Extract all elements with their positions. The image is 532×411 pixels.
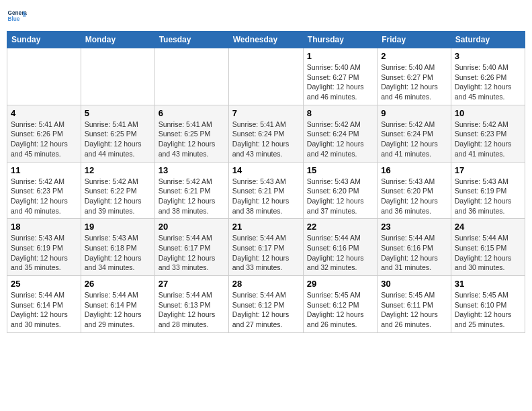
weekday-header: Thursday (303, 32, 377, 48)
calendar-week: 1Sunrise: 5:40 AM Sunset: 6:27 PM Daylig… (7, 48, 525, 105)
day-info: Sunrise: 5:41 AM Sunset: 6:26 PM Dayligh… (11, 120, 77, 159)
day-number: 27 (159, 279, 225, 289)
day-number: 5 (85, 108, 151, 118)
day-info: Sunrise: 5:43 AM Sunset: 6:18 PM Dayligh… (85, 233, 151, 273)
day-info: Sunrise: 5:44 AM Sunset: 6:12 PM Dayligh… (232, 290, 300, 330)
day-number: 1 (307, 51, 373, 61)
calendar-week: 11Sunrise: 5:42 AM Sunset: 6:23 PM Dayli… (7, 162, 525, 219)
logo-icon: General Blue (7, 7, 27, 27)
day-info: Sunrise: 5:44 AM Sunset: 6:16 PM Dayligh… (381, 233, 447, 273)
day-number: 18 (11, 222, 77, 232)
weekday-header: Wednesday (228, 32, 303, 48)
calendar-cell (81, 48, 154, 105)
day-number: 4 (11, 108, 77, 118)
day-info: Sunrise: 5:42 AM Sunset: 6:21 PM Dayligh… (159, 177, 225, 216)
day-info: Sunrise: 5:45 AM Sunset: 6:12 PM Dayligh… (307, 290, 373, 330)
calendar-cell: 10Sunrise: 5:42 AM Sunset: 6:23 PM Dayli… (451, 105, 525, 162)
day-number: 7 (232, 108, 300, 118)
calendar-week: 4Sunrise: 5:41 AM Sunset: 6:26 PM Daylig… (7, 105, 525, 162)
day-number: 6 (159, 108, 225, 118)
weekday-header: Sunday (7, 32, 81, 48)
day-number: 30 (381, 279, 447, 289)
calendar-cell: 17Sunrise: 5:43 AM Sunset: 6:19 PM Dayli… (451, 162, 525, 219)
day-number: 24 (455, 222, 521, 232)
day-number: 23 (381, 222, 447, 232)
calendar-cell: 20Sunrise: 5:44 AM Sunset: 6:17 PM Dayli… (154, 219, 228, 276)
calendar-cell: 5Sunrise: 5:41 AM Sunset: 6:25 PM Daylig… (81, 105, 154, 162)
day-number: 22 (307, 222, 373, 232)
calendar-cell: 29Sunrise: 5:45 AM Sunset: 6:12 PM Dayli… (303, 276, 377, 333)
day-number: 3 (455, 51, 521, 61)
day-info: Sunrise: 5:45 AM Sunset: 6:10 PM Dayligh… (455, 290, 521, 330)
calendar-cell: 24Sunrise: 5:44 AM Sunset: 6:15 PM Dayli… (451, 219, 525, 276)
day-info: Sunrise: 5:42 AM Sunset: 6:24 PM Dayligh… (381, 120, 447, 159)
logo: General Blue (7, 7, 27, 27)
day-info: Sunrise: 5:42 AM Sunset: 6:23 PM Dayligh… (11, 177, 77, 216)
day-number: 21 (232, 222, 300, 232)
calendar-cell: 22Sunrise: 5:44 AM Sunset: 6:16 PM Dayli… (303, 219, 377, 276)
day-number: 28 (232, 279, 300, 289)
calendar-cell: 31Sunrise: 5:45 AM Sunset: 6:10 PM Dayli… (451, 276, 525, 333)
day-info: Sunrise: 5:44 AM Sunset: 6:14 PM Dayligh… (85, 290, 151, 330)
calendar-cell: 26Sunrise: 5:44 AM Sunset: 6:14 PM Dayli… (81, 276, 154, 333)
calendar-cell (228, 48, 303, 105)
day-number: 9 (381, 108, 447, 118)
day-info: Sunrise: 5:41 AM Sunset: 6:25 PM Dayligh… (85, 120, 151, 159)
calendar: SundayMondayTuesdayWednesdayThursdayFrid… (7, 31, 525, 333)
calendar-cell: 12Sunrise: 5:42 AM Sunset: 6:22 PM Dayli… (81, 162, 154, 219)
day-number: 25 (11, 279, 77, 289)
weekday-header: Tuesday (154, 32, 228, 48)
calendar-cell: 11Sunrise: 5:42 AM Sunset: 6:23 PM Dayli… (7, 162, 81, 219)
day-info: Sunrise: 5:40 AM Sunset: 6:27 PM Dayligh… (307, 62, 373, 102)
day-info: Sunrise: 5:43 AM Sunset: 6:21 PM Dayligh… (232, 177, 300, 216)
day-number: 26 (85, 279, 151, 289)
day-number: 16 (381, 165, 447, 175)
svg-text:Blue: Blue (8, 16, 20, 22)
day-number: 10 (455, 108, 521, 118)
day-number: 14 (232, 165, 300, 175)
calendar-cell: 21Sunrise: 5:44 AM Sunset: 6:17 PM Dayli… (228, 219, 303, 276)
calendar-cell (154, 48, 228, 105)
day-info: Sunrise: 5:44 AM Sunset: 6:14 PM Dayligh… (11, 290, 77, 330)
calendar-cell: 4Sunrise: 5:41 AM Sunset: 6:26 PM Daylig… (7, 105, 81, 162)
calendar-cell: 7Sunrise: 5:41 AM Sunset: 6:24 PM Daylig… (228, 105, 303, 162)
calendar-cell: 28Sunrise: 5:44 AM Sunset: 6:12 PM Dayli… (228, 276, 303, 333)
svg-marker-4 (23, 14, 26, 17)
calendar-cell: 30Sunrise: 5:45 AM Sunset: 6:11 PM Dayli… (378, 276, 451, 333)
calendar-cell: 9Sunrise: 5:42 AM Sunset: 6:24 PM Daylig… (378, 105, 451, 162)
calendar-cell: 27Sunrise: 5:44 AM Sunset: 6:13 PM Dayli… (154, 276, 228, 333)
day-info: Sunrise: 5:41 AM Sunset: 6:25 PM Dayligh… (159, 120, 225, 159)
calendar-cell: 14Sunrise: 5:43 AM Sunset: 6:21 PM Dayli… (228, 162, 303, 219)
day-info: Sunrise: 5:43 AM Sunset: 6:19 PM Dayligh… (455, 177, 521, 216)
day-info: Sunrise: 5:42 AM Sunset: 6:23 PM Dayligh… (455, 120, 521, 159)
day-info: Sunrise: 5:44 AM Sunset: 6:17 PM Dayligh… (232, 233, 300, 273)
day-info: Sunrise: 5:45 AM Sunset: 6:11 PM Dayligh… (381, 290, 447, 330)
day-number: 17 (455, 165, 521, 175)
calendar-week: 25Sunrise: 5:44 AM Sunset: 6:14 PM Dayli… (7, 276, 525, 333)
day-number: 19 (85, 222, 151, 232)
day-info: Sunrise: 5:40 AM Sunset: 6:26 PM Dayligh… (455, 62, 521, 102)
calendar-cell: 19Sunrise: 5:43 AM Sunset: 6:18 PM Dayli… (81, 219, 154, 276)
calendar-cell (7, 48, 81, 105)
calendar-cell: 8Sunrise: 5:42 AM Sunset: 6:24 PM Daylig… (303, 105, 377, 162)
weekday-header: Saturday (451, 32, 525, 48)
day-info: Sunrise: 5:42 AM Sunset: 6:22 PM Dayligh… (85, 177, 151, 216)
day-number: 29 (307, 279, 373, 289)
weekday-header: Monday (81, 32, 154, 48)
calendar-cell: 6Sunrise: 5:41 AM Sunset: 6:25 PM Daylig… (154, 105, 228, 162)
day-info: Sunrise: 5:44 AM Sunset: 6:16 PM Dayligh… (307, 233, 373, 273)
calendar-cell: 2Sunrise: 5:40 AM Sunset: 6:27 PM Daylig… (378, 48, 451, 105)
calendar-cell: 13Sunrise: 5:42 AM Sunset: 6:21 PM Dayli… (154, 162, 228, 219)
day-info: Sunrise: 5:41 AM Sunset: 6:24 PM Dayligh… (232, 120, 300, 159)
day-info: Sunrise: 5:43 AM Sunset: 6:20 PM Dayligh… (381, 177, 447, 216)
header: General Blue (7, 7, 525, 27)
calendar-cell: 25Sunrise: 5:44 AM Sunset: 6:14 PM Dayli… (7, 276, 81, 333)
calendar-cell: 18Sunrise: 5:43 AM Sunset: 6:19 PM Dayli… (7, 219, 81, 276)
day-number: 8 (307, 108, 373, 118)
day-number: 31 (455, 279, 521, 289)
calendar-week: 18Sunrise: 5:43 AM Sunset: 6:19 PM Dayli… (7, 219, 525, 276)
day-info: Sunrise: 5:42 AM Sunset: 6:24 PM Dayligh… (307, 120, 373, 159)
day-number: 13 (159, 165, 225, 175)
day-info: Sunrise: 5:44 AM Sunset: 6:17 PM Dayligh… (159, 233, 225, 273)
day-number: 20 (159, 222, 225, 232)
